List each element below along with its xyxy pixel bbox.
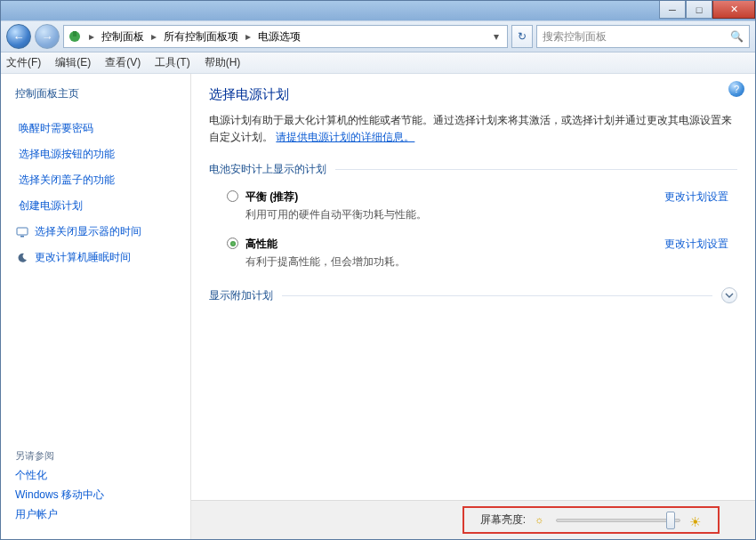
forward-button[interactable]: →	[35, 24, 60, 49]
sidebar-link-close-lid[interactable]: 选择关闭盖子的功能	[15, 173, 176, 188]
menu-tools[interactable]: 工具(T)	[155, 55, 189, 70]
sidebar-task-label: 选择关闭显示器的时间	[35, 224, 141, 239]
control-panel-icon	[68, 29, 82, 44]
plan-text: 平衡 (推荐) 利用可用的硬件自动平衡功耗与性能。	[245, 189, 664, 222]
svg-rect-1	[73, 31, 76, 36]
footer-bar: 屏幕亮度: ☼ ☀	[191, 500, 755, 539]
plan-text: 高性能 有利于提高性能，但会增加功耗。	[245, 237, 664, 270]
breadcrumb-item-3[interactable]: 电源选项	[258, 29, 301, 44]
radio-balanced[interactable]	[227, 190, 238, 202]
page-description: 电源计划有助于最大化计算机的性能或者节能。通过选择计划来将其激活，或选择计划并通…	[209, 112, 737, 146]
brightness-control-highlight: 屏幕亮度: ☼ ☀	[462, 506, 720, 534]
see-also-section: 另请参阅 个性化 Windows 移动中心 用户帐户	[15, 449, 176, 527]
divider	[282, 295, 712, 296]
moon-icon	[15, 251, 29, 265]
breadcrumb-sep: ▸	[242, 30, 254, 43]
sidebar: 控制面板主页 唤醒时需要密码 选择电源按钮的功能 选择关闭盖子的功能 创建电源计…	[1, 74, 191, 539]
expand-button[interactable]	[721, 287, 737, 303]
sidebar-link-power-button[interactable]: 选择电源按钮的功能	[15, 147, 176, 162]
window-controls: ─ □ ✕	[659, 1, 755, 19]
close-button[interactable]: ✕	[712, 1, 755, 19]
search-icon[interactable]: 🔍	[730, 30, 744, 43]
menu-help[interactable]: 帮助(H)	[205, 55, 241, 70]
breadcrumb-sep: ▸	[85, 30, 98, 43]
search-placeholder: 搜索控制面板	[543, 29, 607, 44]
sidebar-task-display-off[interactable]: 选择关闭显示器的时间	[15, 224, 176, 239]
group-caption-row: 电池安时计上显示的计划	[209, 162, 737, 177]
brightness-label: 屏幕亮度:	[480, 512, 526, 528]
main-panel: ? 选择电源计划 电源计划有助于最大化计算机的性能或者节能。通过选择计划来将其激…	[191, 74, 755, 539]
svg-rect-2	[17, 228, 28, 235]
show-more-label: 显示附加计划	[209, 288, 273, 303]
window-frame: ─ □ ✕ ← → ▸ 控制面板 ▸ 所有控制面板项 ▸ 电源选项 ▾ ↻ 搜索…	[0, 0, 756, 540]
search-input[interactable]: 搜索控制面板 🔍	[536, 25, 750, 48]
plan-description: 利用可用的硬件自动平衡功耗与性能。	[245, 207, 664, 222]
sun-high-icon: ☀	[689, 514, 702, 527]
menu-view[interactable]: 查看(V)	[105, 55, 141, 70]
see-also-personalization[interactable]: 个性化	[15, 468, 176, 483]
monitor-icon	[15, 225, 29, 239]
refresh-button[interactable]: ↻	[511, 25, 533, 48]
menu-edit[interactable]: 编辑(E)	[55, 55, 91, 70]
divider	[335, 169, 737, 170]
change-plan-settings-link[interactable]: 更改计划设置	[664, 237, 728, 252]
sidebar-link-create-plan[interactable]: 创建电源计划	[15, 198, 176, 214]
menu-bar: 文件(F) 编辑(E) 查看(V) 工具(T) 帮助(H)	[1, 52, 755, 74]
control-panel-home-link[interactable]: 控制面板主页	[15, 86, 176, 101]
sidebar-link-wake-password[interactable]: 唤醒时需要密码	[15, 121, 176, 136]
chevron-down-icon	[725, 291, 734, 300]
title-bar[interactable]: ─ □ ✕	[1, 1, 755, 20]
content-area: 控制面板主页 唤醒时需要密码 选择电源按钮的功能 选择关闭盖子的功能 创建电源计…	[1, 74, 755, 539]
address-bar-row: ← → ▸ 控制面板 ▸ 所有控制面板项 ▸ 电源选项 ▾ ↻ 搜索控制面板 🔍	[1, 20, 755, 52]
plan-name: 平衡 (推荐)	[245, 189, 664, 205]
menu-file[interactable]: 文件(F)	[6, 55, 41, 70]
plan-description: 有利于提高性能，但会增加功耗。	[245, 254, 664, 270]
sun-low-icon: ☼	[535, 514, 547, 527]
maximize-button[interactable]: □	[686, 1, 712, 19]
svg-rect-3	[20, 236, 24, 238]
more-info-link[interactable]: 请提供电源计划的详细信息。	[276, 131, 414, 143]
breadcrumb-item-2[interactable]: 所有控制面板项	[164, 29, 238, 44]
plan-name: 高性能	[245, 237, 664, 252]
slider-thumb[interactable]	[666, 512, 675, 529]
breadcrumb-sep: ▸	[148, 30, 160, 43]
breadcrumb-item-1[interactable]: 控制面板	[101, 29, 144, 44]
see-also-user-accounts[interactable]: 用户帐户	[15, 507, 176, 522]
change-plan-settings-link[interactable]: 更改计划设置	[664, 189, 728, 205]
show-additional-plans[interactable]: 显示附加计划	[209, 287, 737, 303]
breadcrumb-dropdown[interactable]: ▾	[489, 30, 503, 43]
sidebar-task-label: 更改计算机睡眠时间	[35, 250, 131, 265]
see-also-header: 另请参阅	[15, 449, 176, 463]
plan-high-performance[interactable]: 高性能 有利于提高性能，但会增加功耗。 更改计划设置	[209, 231, 737, 278]
help-icon[interactable]: ?	[728, 81, 744, 97]
plans-group-caption: 电池安时计上显示的计划	[209, 162, 326, 177]
brightness-slider[interactable]	[556, 513, 680, 528]
sidebar-task-sleep-time[interactable]: 更改计算机睡眠时间	[15, 250, 176, 265]
back-button[interactable]: ←	[6, 24, 31, 49]
breadcrumb-bar[interactable]: ▸ 控制面板 ▸ 所有控制面板项 ▸ 电源选项 ▾	[63, 25, 508, 48]
slider-track	[556, 519, 680, 522]
minimize-button[interactable]: ─	[659, 1, 686, 19]
see-also-mobility-center[interactable]: Windows 移动中心	[15, 488, 176, 503]
radio-high-performance[interactable]	[227, 238, 238, 249]
page-title: 选择电源计划	[209, 86, 737, 103]
plan-balanced[interactable]: 平衡 (推荐) 利用可用的硬件自动平衡功耗与性能。 更改计划设置	[209, 184, 737, 231]
